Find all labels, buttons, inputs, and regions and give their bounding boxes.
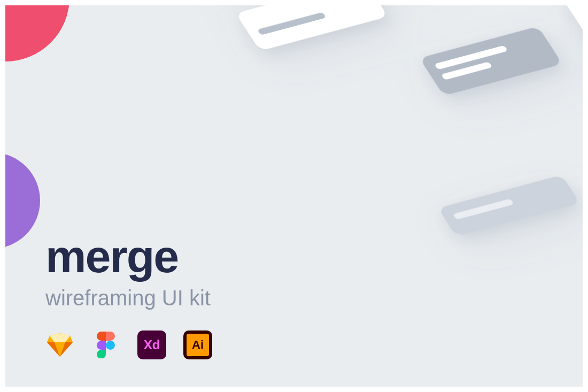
adobe-illustrator-icon: Ai [183, 330, 212, 359]
wireframe-pill [438, 175, 580, 236]
sketch-icon [45, 330, 74, 359]
wireframe-chip [419, 26, 562, 96]
figma-icon [91, 330, 120, 359]
accent-circle-purple [5, 152, 40, 249]
svg-point-0 [106, 341, 115, 350]
product-subtitle: wireframing UI kit [45, 286, 211, 310]
wireframe-scene: + ✓ [107, 5, 583, 387]
tool-icons-row: Xd Ai [45, 330, 212, 359]
wireframe-modal [562, 5, 583, 116]
product-title: merge [45, 230, 178, 283]
accent-circle-pink [5, 5, 69, 62]
adobe-xd-icon: Xd [137, 330, 166, 359]
wireframe-input-card [236, 5, 388, 51]
